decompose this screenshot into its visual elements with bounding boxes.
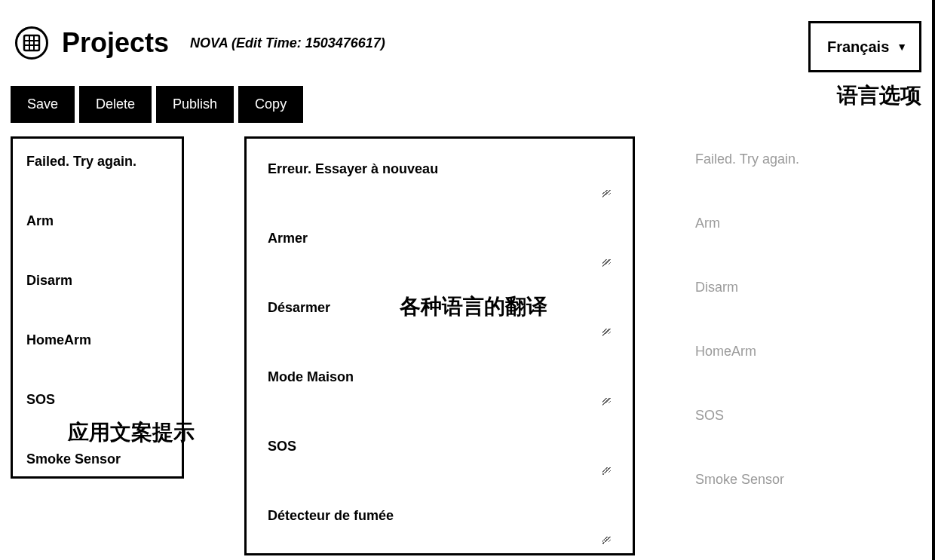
source-string: HomeArm [26, 332, 168, 348]
reference-string: Smoke Sensor [695, 472, 799, 488]
svg-rect-0 [24, 35, 39, 50]
translation-input[interactable] [268, 437, 612, 473]
source-string: Failed. Try again. [26, 154, 168, 170]
reference-string: HomeArm [695, 344, 799, 360]
source-string: Disarm [26, 273, 168, 289]
translation-input[interactable] [268, 298, 612, 335]
translation-column [244, 136, 635, 555]
source-strings-column: Failed. Try again. Arm Disarm HomeArm SO… [11, 136, 184, 479]
save-button[interactable]: Save [11, 86, 75, 123]
publish-button[interactable]: Publish [156, 86, 234, 123]
reference-string: SOS [695, 408, 799, 424]
project-subtitle: NOVA (Edit Time: 1503476617) [190, 35, 385, 51]
toolbar: Save Delete Publish Copy [0, 67, 935, 130]
header: Projects NOVA (Edit Time: 1503476617) [0, 0, 935, 67]
translation-input[interactable] [268, 160, 612, 196]
reference-string: Disarm [695, 280, 799, 295]
delete-button[interactable]: Delete [79, 86, 152, 123]
copy-button[interactable]: Copy [238, 86, 303, 123]
language-selector[interactable]: Français ▼ [808, 21, 921, 72]
workspace: Failed. Try again. Arm Disarm HomeArm SO… [0, 130, 935, 555]
reference-string: Arm [695, 216, 799, 231]
reference-string: Failed. Try again. [695, 151, 799, 167]
projects-icon [15, 26, 48, 60]
annotation-language: 语言选项 [837, 81, 921, 110]
language-selected: Français [827, 38, 889, 56]
source-string: Smoke Sensor [26, 451, 168, 467]
reference-column: Failed. Try again. Arm Disarm HomeArm SO… [695, 136, 799, 488]
source-string: SOS [26, 392, 168, 408]
translation-input[interactable] [268, 229, 612, 265]
chevron-down-icon: ▼ [897, 41, 907, 53]
source-string: Arm [26, 213, 168, 229]
page-border-right [932, 0, 935, 560]
translation-input[interactable] [268, 506, 612, 543]
translation-input[interactable] [268, 368, 612, 404]
page-title: Projects [62, 27, 169, 59]
